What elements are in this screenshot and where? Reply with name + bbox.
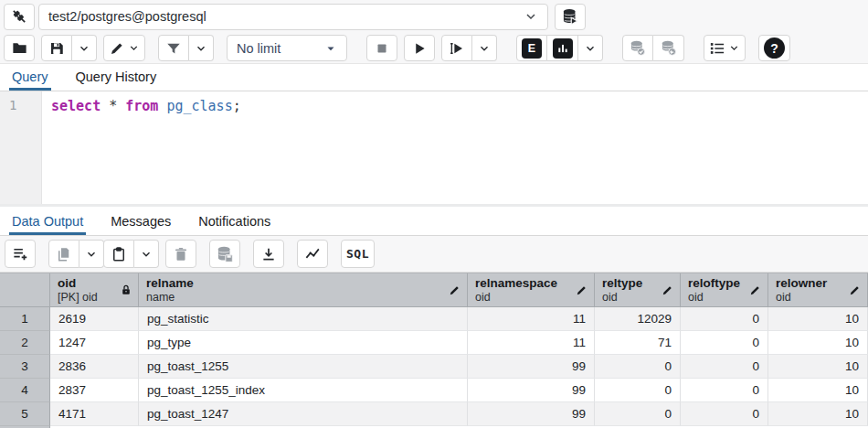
table-row: 54171pg_toast_1247990010 [0, 402, 868, 426]
copy-options-button[interactable] [79, 240, 104, 268]
sql-token: pg_class [166, 98, 232, 114]
table-cell[interactable]: 71 [595, 331, 681, 355]
execute-options-button[interactable] [472, 35, 497, 61]
sql-label: SQL [346, 247, 369, 261]
table-cell[interactable]: 10 [768, 307, 868, 331]
row-number[interactable]: 3 [0, 355, 50, 379]
table-cell[interactable]: 0 [681, 307, 768, 331]
data-output-grid: oid [PK] oid relname name relnamespace o… [0, 273, 868, 428]
chevron-down-icon [524, 9, 538, 24]
table-cell[interactable]: 0 [681, 355, 768, 379]
table-cell[interactable]: 0 [681, 379, 768, 402]
column-type: oid [776, 291, 848, 305]
stop-button[interactable] [366, 35, 397, 61]
tab-messages[interactable]: Messages [108, 209, 174, 235]
editor-tab-bar: Query Query History [0, 64, 868, 91]
macros-button[interactable] [704, 35, 746, 61]
table-cell[interactable]: 0 [595, 379, 681, 402]
execute-to-cursor-button[interactable] [441, 35, 472, 61]
commit-button[interactable] [622, 35, 653, 61]
table-cell[interactable]: pg_type [139, 331, 468, 355]
stop-icon [374, 40, 390, 57]
table-cell[interactable]: 10 [768, 331, 868, 355]
execute-button[interactable] [404, 35, 435, 61]
column-name: oid [58, 276, 120, 291]
line-number: 1 [9, 98, 41, 112]
table-cell[interactable]: pg_toast_1255 [139, 355, 468, 379]
paste-button[interactable] [103, 240, 134, 268]
chevron-down-icon [195, 42, 207, 55]
save-file-button[interactable] [41, 35, 72, 61]
edit-pencil-icon [109, 40, 125, 57]
editor-gutter: 1 [0, 91, 42, 204]
table-cell[interactable]: 1247 [50, 331, 139, 355]
table-cell[interactable]: pg_toast_1255_index [139, 379, 468, 402]
table-cell[interactable]: pg_toast_1247 [139, 402, 468, 426]
column-header-reltype[interactable]: reltype oid [595, 273, 681, 307]
column-header-relowner[interactable]: relowner oid [768, 273, 868, 307]
sql-popup-button[interactable]: SQL [341, 240, 375, 268]
new-connection-button[interactable] [555, 4, 586, 30]
table-cell[interactable]: 0 [595, 402, 681, 426]
column-name: reloftype [688, 276, 748, 291]
tab-data-output[interactable]: Data Output [9, 209, 86, 235]
row-number[interactable]: 4 [0, 379, 50, 402]
table-cell[interactable]: 10 [768, 402, 868, 426]
graph-visualiser-button[interactable] [297, 240, 328, 268]
table-cell[interactable]: pg_statistic [139, 307, 468, 331]
table-cell[interactable]: 0 [595, 355, 681, 379]
paste-options-button[interactable] [134, 240, 159, 268]
column-header-oid[interactable]: oid [PK] oid [50, 273, 139, 307]
caret-down-icon [324, 42, 337, 55]
tab-query-history[interactable]: Query History [73, 65, 160, 91]
explain-analyze-button[interactable] [547, 35, 578, 61]
row-limit-select[interactable]: No limit [227, 35, 347, 61]
editor-code-area[interactable]: select * from pg_class; [42, 91, 868, 204]
filter-options-button[interactable] [189, 35, 214, 61]
trash-icon [173, 246, 189, 262]
row-number[interactable]: 5 [0, 402, 50, 426]
copy-button[interactable] [48, 240, 79, 268]
explain-options-button[interactable] [578, 35, 603, 61]
add-row-button[interactable] [5, 240, 36, 268]
table-cell[interactable]: 12029 [595, 307, 681, 331]
table-cell[interactable]: 99 [468, 379, 595, 402]
sql-token: * [109, 98, 117, 114]
table-cell[interactable]: 11 [468, 307, 595, 331]
connection-select[interactable]: test2/postgres@postgresql [38, 4, 548, 30]
data-output-toolbar: SQL [0, 236, 868, 273]
table-cell[interactable]: 2837 [50, 379, 139, 402]
column-header-reloftype[interactable]: reloftype oid [681, 273, 768, 307]
save-data-changes-button[interactable] [209, 240, 240, 268]
column-header-relnamespace[interactable]: relnamespace oid [468, 273, 595, 307]
table-cell[interactable]: 4171 [50, 402, 139, 426]
help-button[interactable]: ? [758, 35, 790, 61]
connection-status-button[interactable] [4, 4, 35, 30]
table-cell[interactable]: 99 [468, 402, 595, 426]
chevron-down-icon [128, 42, 140, 54]
sql-editor[interactable]: 1 select * from pg_class; [0, 91, 868, 204]
download-button[interactable] [253, 240, 284, 268]
table-cell[interactable]: 2619 [50, 307, 139, 331]
row-number[interactable]: 2 [0, 331, 50, 355]
table-cell[interactable]: 2836 [50, 355, 139, 379]
tab-notifications[interactable]: Notifications [196, 209, 273, 235]
table-cell[interactable]: 0 [681, 402, 768, 426]
edit-menu-button[interactable] [103, 35, 145, 61]
explain-button[interactable]: E [516, 35, 547, 61]
tab-query[interactable]: Query [9, 65, 51, 91]
table-cell[interactable]: 99 [468, 355, 595, 379]
table-cell[interactable]: 11 [468, 331, 595, 355]
table-cell[interactable]: 0 [681, 331, 768, 355]
row-number[interactable]: 1 [0, 307, 50, 331]
table-cell[interactable]: 10 [768, 355, 868, 379]
rollback-button[interactable] [653, 35, 684, 61]
select-all-corner[interactable] [0, 273, 50, 307]
delete-row-button[interactable] [165, 240, 196, 268]
column-header-relname[interactable]: relname name [139, 273, 468, 307]
output-tab-bar: Data Output Messages Notifications [0, 207, 868, 236]
open-file-button[interactable] [4, 35, 35, 61]
filter-button[interactable] [158, 35, 189, 61]
table-cell[interactable]: 10 [768, 379, 868, 402]
save-options-button[interactable] [72, 35, 97, 61]
